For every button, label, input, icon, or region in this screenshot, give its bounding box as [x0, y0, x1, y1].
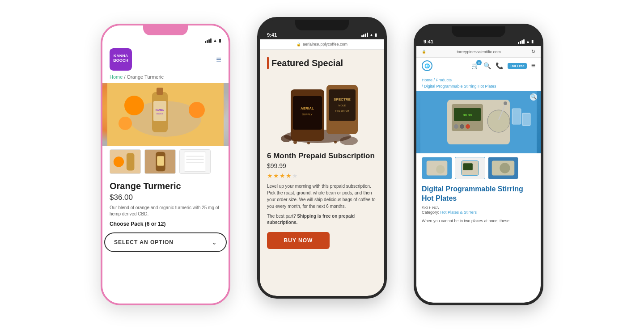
svg-point-9 — [119, 117, 132, 130]
svg-text:MOLE: MOLE — [338, 104, 346, 107]
chevron-down-icon: ⌄ — [212, 239, 217, 246]
star-3: ★ — [280, 172, 285, 179]
product-main-image-3: 00.00 🔍 — [416, 91, 541, 153]
signal-bars-3 — [518, 39, 525, 44]
svg-point-46 — [466, 124, 470, 129]
thumb-2[interactable] — [144, 149, 176, 174]
toolbar-left: 🌐 — [422, 60, 432, 71]
phone1-header: KANNA BOOCH ≡ — [102, 45, 229, 74]
wifi-icon-3: ▲ — [526, 39, 530, 44]
svg-rect-20 — [184, 152, 206, 172]
phone1-content: KANNA BOOCH ≡ Home / Orange Turmeric — [102, 45, 229, 304]
signal-bars-1 — [205, 38, 212, 43]
svg-point-54 — [436, 165, 445, 173]
phone-2: 9:41 ▲ ▮ 🔒 aerialresupplycoffee.com — [257, 17, 387, 299]
product-description-1: Our blend of orange and organic turmeric… — [110, 205, 221, 217]
hamburger-menu-icon[interactable]: ≡ — [216, 55, 221, 65]
thumb-3[interactable] — [179, 149, 211, 174]
hamburger-icon-3[interactable]: ≡ — [531, 62, 535, 70]
product-title-1: Orange Turmeric — [110, 181, 221, 191]
time-3: 9:41 — [424, 39, 433, 44]
accent-bar — [267, 57, 269, 69]
notch-3 — [452, 26, 505, 37]
phone-1: ▲ ▮ KANNA BOOCH ≡ Home — [101, 24, 230, 305]
svg-point-44 — [454, 124, 458, 129]
phone3-content: 🌐 🛒0 🔍 📞 Toll Free ≡ Home / — [416, 58, 541, 303]
zoom-icon[interactable]: 🔍 — [530, 93, 537, 101]
svg-point-35 — [340, 136, 358, 145]
notch-1 — [143, 25, 188, 35]
svg-rect-50 — [512, 109, 521, 124]
svg-rect-51 — [522, 113, 530, 126]
breadcrumb-products-3[interactable]: Products — [436, 78, 452, 82]
featured-header: Featured Special — [267, 57, 377, 69]
breadcrumb-3: Home / Products / Digital Programmable S… — [416, 74, 541, 91]
sku-label: SKU: — [422, 206, 431, 210]
product-meta-3: SKU: N/A Category: Hot Plates & Stirrers — [416, 204, 541, 216]
search-icon[interactable]: 🔍 — [483, 62, 491, 69]
thumbnail-row — [102, 146, 229, 177]
featured-section: Featured Special SPECTRE MOLE FIRE WATCH — [260, 50, 384, 256]
breadcrumb-current: Orange Turmeric — [127, 74, 164, 80]
star-5: ★ — [292, 172, 298, 179]
svg-text:SUPPLY: SUPPLY — [302, 113, 312, 116]
svg-text:SPECTRE: SPECTRE — [334, 97, 351, 101]
svg-point-37 — [307, 142, 310, 144]
phone-3: 9:41 ▲ ▮ 🔒 torreypinesscientific.com — [414, 24, 543, 305]
breadcrumb-home-link[interactable]: Home — [110, 74, 123, 80]
shipping-note: The best part? Shipping is free on prepa… — [267, 213, 377, 226]
lock-icon-3: 🔒 — [422, 50, 426, 54]
status-icons-2: ▲ ▮ — [361, 33, 377, 37]
svg-rect-6 — [157, 88, 163, 95]
wifi-icon-1: ▲ — [213, 38, 217, 43]
svg-point-47 — [487, 110, 510, 132]
p3-thumb-3[interactable] — [488, 157, 518, 179]
toolbar-icons: 🛒0 🔍 📞 Toll Free ≡ — [471, 62, 535, 70]
breadcrumb-home-3[interactable]: Home — [422, 78, 432, 82]
svg-text:BOOCH: BOOCH — [113, 58, 128, 63]
time-2: 9:41 — [267, 32, 277, 38]
signal-bars-2 — [361, 33, 368, 37]
star-4: ★ — [286, 172, 292, 179]
shipping-note-prefix: The best part? — [267, 214, 297, 219]
notch-2 — [295, 20, 349, 30]
lock-icon-2: 🔒 — [297, 42, 301, 46]
breadcrumb-1: Home / Orange Turmeric — [102, 74, 229, 83]
featured-title: Featured Special — [271, 58, 343, 68]
toll-free-button[interactable]: Toll Free — [508, 63, 527, 69]
star-1: ★ — [267, 172, 273, 179]
kanna-logo: KANNA BOOCH — [110, 48, 132, 71]
p3-thumb-2[interactable] — [455, 157, 485, 179]
select-option-button[interactable]: SELECT AN OPTION ⌄ — [104, 232, 227, 252]
sku-value: N/A — [432, 206, 439, 210]
svg-text:AERIAL: AERIAL — [301, 106, 314, 110]
svg-rect-57 — [463, 163, 472, 170]
product-info-1: Orange Turmeric $36.00 Our blend of oran… — [102, 177, 229, 232]
p3-thumb-1[interactable] — [422, 157, 452, 179]
svg-point-14 — [114, 156, 124, 167]
svg-text:00.00: 00.00 — [463, 113, 472, 117]
svg-point-45 — [460, 124, 464, 129]
subscription-title: 6 Month Prepaid Subscription — [267, 152, 377, 160]
battery-icon-1: ▮ — [219, 38, 221, 43]
product-price-1: $36.00 — [110, 193, 221, 202]
product-main-image: KANNA BOOCH — [102, 83, 229, 146]
svg-rect-15 — [127, 153, 134, 171]
toolbar-3: 🌐 🛒0 🔍 📞 Toll Free ≡ — [416, 58, 541, 74]
category-label: Category: — [422, 210, 439, 215]
star-2: ★ — [273, 172, 279, 179]
cart-icon[interactable]: 🛒0 — [471, 62, 479, 69]
subscription-description: Level up your morning with this prepaid … — [267, 183, 377, 210]
phone-icon[interactable]: 📞 — [496, 62, 503, 69]
choose-pack-label: Choose Pack (6 or 12) — [110, 221, 221, 227]
product-thumbnails-3 — [416, 153, 541, 183]
product-title-3: Digital Programmable Stirring Hot Plates — [416, 183, 541, 204]
globe-icon: 🌐 — [422, 60, 432, 71]
select-option-label: SELECT AN OPTION — [114, 239, 174, 245]
svg-text:KANNA: KANNA — [114, 54, 128, 58]
thumb-1[interactable] — [110, 149, 141, 174]
refresh-icon[interactable]: ↻ — [531, 49, 535, 55]
buy-now-button[interactable]: BUY NOW — [267, 232, 330, 249]
category-link[interactable]: Hot Plates & Stirrers — [441, 210, 477, 215]
cart-count-badge: 0 — [476, 60, 482, 65]
